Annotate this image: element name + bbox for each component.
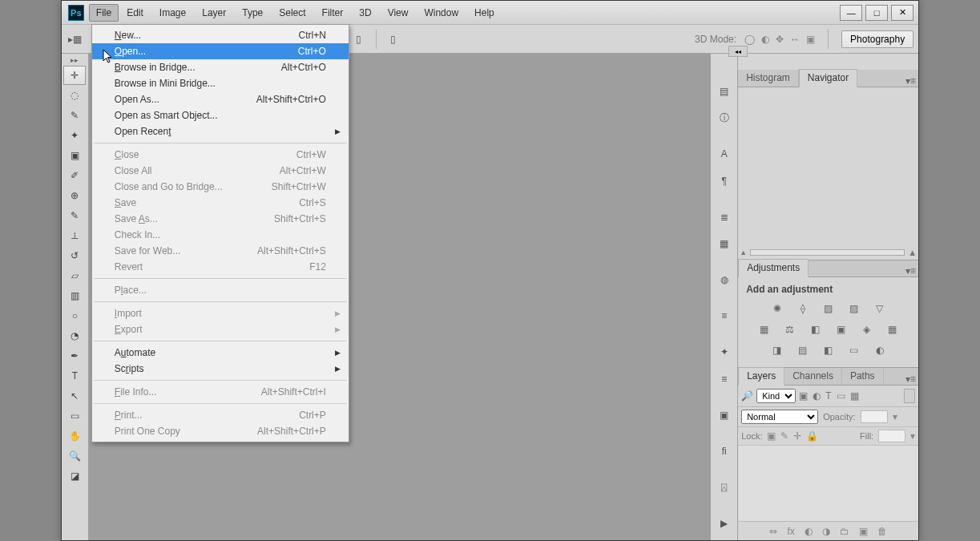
tab-navigator[interactable]: Navigator xyxy=(799,69,857,87)
filter-pixel-icon[interactable]: ▣ xyxy=(799,390,808,402)
rail-character-icon[interactable]: A xyxy=(713,144,736,164)
rail-styles-icon[interactable]: ≡ xyxy=(713,369,736,389)
crop-tool[interactable]: ▣ xyxy=(63,146,86,165)
file-menu-item-open-recent[interactable]: Open Recent▶ xyxy=(92,123,349,139)
file-menu-item-scripts[interactable]: Scripts▶ xyxy=(92,361,349,377)
rail-glyph-icon[interactable]: fi xyxy=(713,441,736,461)
workspace-switcher[interactable]: Photography xyxy=(841,30,913,48)
threshold-icon[interactable]: ◧ xyxy=(821,343,837,357)
menu-view[interactable]: View xyxy=(380,4,417,22)
menu-type[interactable]: Type xyxy=(234,4,271,22)
gradientmap-icon[interactable]: ▭ xyxy=(846,343,862,357)
slide-icon[interactable]: ↔ xyxy=(790,34,800,45)
menu-3d[interactable]: 3D xyxy=(351,4,379,22)
rail-actions-icon[interactable]: ✦ xyxy=(713,342,736,362)
rail-brush-settings-icon[interactable]: ≣ xyxy=(713,207,736,227)
photofilter-icon[interactable]: ▣ xyxy=(833,322,849,337)
exposure-icon[interactable]: ▨ xyxy=(846,301,862,316)
menu-window[interactable]: Window xyxy=(416,4,466,22)
eraser-tool[interactable]: ▱ xyxy=(63,266,86,285)
menu-filter[interactable]: Filter xyxy=(314,4,352,22)
heal-tool[interactable]: ⊕ xyxy=(63,186,86,205)
wand-tool[interactable]: ✦ xyxy=(63,126,86,145)
rail-gradient-icon[interactable]: ◍ xyxy=(713,270,736,290)
move-tool[interactable]: ✛ xyxy=(63,66,86,85)
rail-doc-icon[interactable]: ▤ xyxy=(713,81,736,101)
filter-smart-icon[interactable]: ▦ xyxy=(850,390,859,402)
tool-preset-icon[interactable]: ▸▦ xyxy=(67,30,84,48)
filter-type-icon[interactable]: T xyxy=(825,390,831,402)
tab-histogram[interactable]: Histogram xyxy=(738,70,799,87)
gradient-tool[interactable]: ▥ xyxy=(63,286,86,305)
panel-collapse-icon[interactable]: ◂◂ xyxy=(728,46,748,57)
hand-tool[interactable]: ✋ xyxy=(63,426,86,446)
levels-icon[interactable]: ⟠ xyxy=(795,301,811,316)
lasso-tool[interactable]: ✎ xyxy=(63,106,86,125)
nav-panel-menu-icon[interactable]: ▾≡ xyxy=(902,75,918,87)
lock-position-icon[interactable]: ✛ xyxy=(793,430,801,442)
layers-menu-icon[interactable]: ▾≡ xyxy=(902,373,918,385)
tool-strip-handle[interactable]: ▸▸ xyxy=(62,55,87,65)
pan-icon[interactable]: ✥ xyxy=(776,34,784,45)
dodge-tool[interactable]: ◔ xyxy=(63,326,86,345)
lock-transparent-icon[interactable]: ▣ xyxy=(767,430,776,442)
hue-icon[interactable]: ▦ xyxy=(756,322,772,337)
window-minimize-button[interactable]: — xyxy=(840,5,862,21)
tab-adjustments[interactable]: Adjustments xyxy=(738,259,809,277)
rail-clone-icon[interactable]: ⍓ xyxy=(713,478,736,498)
file-menu-item-browse-in-mini-bridge[interactable]: Browse in Mini Bridge... xyxy=(92,75,349,91)
menu-edit[interactable]: Edit xyxy=(119,4,151,22)
eyedropper-tool[interactable]: ✐ xyxy=(63,166,86,185)
zoom-tool[interactable]: 🔍 xyxy=(63,446,86,466)
rail-image-icon[interactable]: ▣ xyxy=(713,405,736,425)
rail-info-icon[interactable]: ⓘ xyxy=(713,107,736,127)
space-v-icon[interactable]: ▯ xyxy=(350,30,368,48)
adj-layer-icon[interactable]: ◑ xyxy=(822,526,830,537)
stamp-tool[interactable]: ⊥ xyxy=(63,226,86,245)
colorlookup-icon[interactable]: ▦ xyxy=(885,322,901,337)
menu-file[interactable]: File xyxy=(89,4,119,22)
zoom-slider[interactable] xyxy=(750,249,905,256)
window-close-button[interactable]: ✕ xyxy=(891,5,913,21)
selective-icon[interactable]: ◐ xyxy=(872,343,888,357)
menu-image[interactable]: Image xyxy=(151,4,194,22)
tab-layers[interactable]: Layers xyxy=(738,367,784,386)
link-layers-icon[interactable]: ⇔ xyxy=(769,526,777,537)
fill-input[interactable] xyxy=(878,430,905,442)
shape-tool[interactable]: ▭ xyxy=(63,406,86,426)
lock-all-icon[interactable]: 🔒 xyxy=(806,430,818,442)
file-menu-item-automate[interactable]: Automate▶ xyxy=(92,345,349,361)
path-select-tool[interactable]: ↖ xyxy=(63,386,86,406)
layer-mask-icon[interactable]: ◐ xyxy=(805,526,813,537)
file-menu-item-new[interactable]: New...Ctrl+N xyxy=(92,27,349,43)
file-menu-item-open[interactable]: Open...Ctrl+O xyxy=(92,43,349,59)
adjustments-menu-icon[interactable]: ▾≡ xyxy=(902,265,918,277)
rail-brush-icon[interactable]: ≡ xyxy=(713,306,736,326)
file-menu-item-open-as-smart-object[interactable]: Open as Smart Object... xyxy=(92,107,349,123)
filter-shape-icon[interactable]: ▭ xyxy=(837,390,845,402)
file-menu-item-browse-in-bridge[interactable]: Browse in Bridge...Alt+Ctrl+O xyxy=(92,59,349,75)
filter-toggle[interactable] xyxy=(904,389,915,403)
curves-icon[interactable]: ▨ xyxy=(821,301,837,316)
brush-tool[interactable]: ✎ xyxy=(63,206,86,225)
filter-adj-icon[interactable]: ◐ xyxy=(813,390,821,402)
lock-pixels-icon[interactable]: ✎ xyxy=(780,430,788,442)
layer-fx-icon[interactable]: fx xyxy=(787,526,794,537)
tab-paths[interactable]: Paths xyxy=(842,368,884,385)
menu-layer[interactable]: Layer xyxy=(194,4,234,22)
channelmixer-icon[interactable]: ◈ xyxy=(859,322,875,337)
history-brush-tool[interactable]: ↺ xyxy=(63,246,86,265)
new-group-icon[interactable]: 🗀 xyxy=(840,526,849,537)
file-menu-item-open-as[interactable]: Open As...Alt+Shift+Ctrl+O xyxy=(92,91,349,107)
new-layer-icon[interactable]: ▣ xyxy=(859,526,868,537)
orbit-icon[interactable]: ◯ xyxy=(744,34,755,45)
menu-help[interactable]: Help xyxy=(466,4,502,22)
colorbalance-icon[interactable]: ⚖ xyxy=(782,322,798,337)
zoom-in-icon[interactable]: ▲ xyxy=(908,248,917,257)
blend-mode[interactable]: Normal xyxy=(741,410,818,424)
tab-channels[interactable]: Channels xyxy=(784,368,842,385)
window-maximize-button[interactable]: □ xyxy=(865,5,888,21)
roll-icon[interactable]: ◐ xyxy=(761,34,769,45)
vibrance-icon[interactable]: ▽ xyxy=(872,301,888,316)
color-swatches[interactable]: ◪ xyxy=(63,466,86,486)
